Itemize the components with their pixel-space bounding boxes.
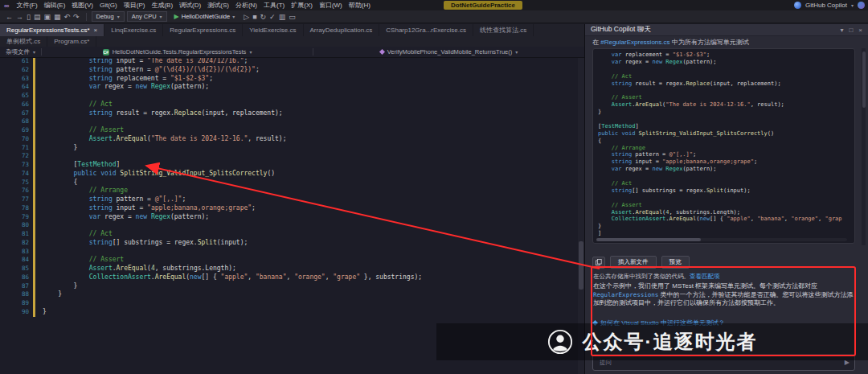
change-tracking-bar (33, 117, 35, 126)
panel-scrollbar-thumb[interactable] (862, 51, 866, 108)
code-line (598, 173, 854, 180)
run-button[interactable]: ▶ HelloDotNetGuide ▾ (170, 13, 240, 20)
change-tracking-bar (33, 92, 35, 101)
copilot-icon[interactable] (794, 2, 801, 9)
change-tracking-bar (33, 256, 35, 265)
menu-item[interactable]: 工具(T) (260, 2, 288, 9)
change-tracking-bar (33, 57, 35, 66)
tab-YieldExercise.cs[interactable]: YieldExercise.cs (243, 24, 303, 36)
copilot-chat-panel: GitHub Copilot 聊天 ▾ □ × 在 #RegularExpres… (585, 24, 868, 374)
menu-item[interactable]: 文件(F) (13, 2, 40, 9)
chevron-down-icon[interactable]: ▾ (851, 2, 854, 8)
tab-Program.cs_[interactable]: Program.cs* (47, 36, 96, 47)
tab-RegularExpressions.cs[interactable]: RegularExpressions.cs (163, 24, 243, 36)
member-dropdown[interactable]: VerifyMobilePhone_ValidMobile_ReturnsTru… (313, 47, 584, 57)
code-line: 75 { (0, 179, 578, 187)
change-tracking-bar (33, 290, 35, 299)
project-dropdown[interactable]: 杂项文件 ▾ (0, 47, 41, 57)
change-tracking-bar (33, 273, 35, 282)
stop-icon[interactable]: ■ (251, 13, 258, 21)
panel-divider[interactable] (584, 24, 585, 374)
chevron-down-icon[interactable]: ▾ (840, 27, 843, 34)
open-file-icon[interactable]: ▤ (32, 13, 43, 21)
menu-item[interactable]: Git(G) (96, 2, 121, 9)
codeblock-scrollbar-thumb[interactable] (596, 238, 701, 241)
save-all-icon[interactable]: ▦ (52, 13, 63, 21)
menu-item[interactable]: 编辑(E) (41, 2, 69, 9)
panel-title: GitHub Copilot 聊天 (591, 25, 651, 35)
menu-item[interactable]: 调试(D) (176, 2, 204, 9)
undo-icon[interactable]: ↶ (63, 13, 72, 21)
prompt-file-reference[interactable]: #RegularExpressions.cs (600, 39, 669, 46)
code-line: CollectionAssert.AreEqual(new[] { "apple… (598, 216, 854, 223)
menu-item[interactable]: 项目(P) (121, 2, 149, 9)
comment-icon[interactable]: ▭ (287, 13, 297, 21)
tab-label: 线性查找算法.cs (480, 26, 526, 35)
tab-______.cs[interactable]: 线性查找算法.cs (473, 24, 534, 36)
codeblock-horizontal-scrollbar[interactable] (596, 238, 847, 241)
save-icon[interactable]: ▣ (42, 13, 52, 21)
pin-icon[interactable]: □ (849, 27, 853, 34)
code-line: 68 (0, 117, 578, 126)
code-line: 83 (0, 248, 578, 257)
line-number: 79 (0, 213, 33, 222)
code-line: { (598, 138, 854, 145)
chevron-down-icon: ▾ (117, 14, 120, 19)
tab-ArrayDeduplication.cs[interactable]: ArrayDeduplication.cs (304, 24, 380, 36)
code-line: 87 } (0, 282, 578, 291)
platform-dropdown[interactable]: Any CPU ▾ (127, 11, 167, 22)
user-avatar[interactable] (858, 2, 865, 9)
menu-item[interactable]: 帮助(H) (346, 2, 374, 9)
code-line: 70 Assert.AreEqual("The date is 2024-12-… (0, 135, 578, 144)
back-icon[interactable]: ← (4, 13, 14, 21)
code-line: 73 [TestMethod] (0, 161, 578, 170)
line-number: 62 (0, 66, 33, 75)
view-matches-link[interactable]: 查看匹配项 (690, 273, 720, 280)
insert-new-file-button[interactable]: 插入新文件 (610, 256, 657, 269)
code-line: public void SplitString_ValidInput_Split… (598, 130, 854, 138)
chevron-down-icon: ▾ (515, 49, 518, 55)
change-tracking-bar (33, 213, 35, 222)
outline-icon[interactable]: ▥ (277, 13, 288, 21)
tab-CSharp12Gra...rExercise.cs[interactable]: CSharp12Gra...rExercise.cs (379, 24, 473, 36)
copy-code-button[interactable] (592, 257, 605, 269)
new-file-icon[interactable]: ▯ (25, 13, 32, 21)
chat-code-block[interactable]: var replacement = "$1-$2-$3"; var regex … (592, 48, 855, 244)
type-dropdown[interactable]: C# HelloDotNetGuide.Tests.RegularExpress… (42, 47, 313, 57)
visual-studio-logo-icon: ∞ (4, 2, 9, 10)
restart-icon[interactable]: ↻ (259, 13, 268, 21)
code-line: string result = regex.Replace(input, rep… (598, 80, 854, 88)
build-check-icon[interactable]: ✓ (268, 13, 277, 21)
close-icon[interactable]: × (94, 27, 98, 34)
toolbar-separator (86, 13, 87, 21)
code-line: 88 } (0, 290, 578, 299)
close-icon[interactable]: × (858, 27, 862, 34)
menu-item[interactable]: 窗口(W) (316, 2, 346, 9)
menu-item[interactable]: 测试(S) (204, 2, 232, 9)
forward-icon[interactable]: → (14, 13, 25, 21)
line-number: 90 (0, 308, 33, 317)
start-without-debugging-icon[interactable]: ▷ (242, 13, 251, 21)
editor-scrollbar-thumb[interactable] (579, 241, 583, 290)
change-tracking-bar (33, 152, 35, 161)
redo-icon[interactable]: ↷ (72, 13, 81, 21)
line-number: 88 (0, 290, 33, 299)
copilot-menu-label[interactable]: GitHub Copilot (805, 2, 847, 9)
tab-____.cs[interactable]: 单例模式.cs (0, 36, 47, 47)
line-number: 71 (0, 144, 33, 153)
code-line: ] (598, 230, 854, 237)
tab-RegularExpressionsTests.cs_[interactable]: RegularExpressionsTests.cs*× (0, 24, 104, 36)
code-line: 86 CollectionAssert.AreEqual(new[] { "ap… (0, 273, 578, 282)
line-number: 67 (0, 109, 33, 118)
preview-button[interactable]: 预览 (661, 256, 690, 269)
menu-item[interactable]: 分析(N) (232, 2, 260, 9)
tab-LinqExercise.cs[interactable]: LinqExercise.cs (104, 24, 163, 36)
menu-item[interactable]: 视图(V) (68, 2, 96, 9)
configuration-dropdown[interactable]: Debug ▾ (92, 11, 125, 22)
method-icon (379, 49, 385, 55)
menu-items: 文件(F)编辑(E)视图(V)Git(G)项目(P)生成(B)调试(D)测试(S… (13, 1, 373, 10)
tab-label: 单例模式.cs (6, 37, 40, 46)
menu-item[interactable]: 生成(B) (148, 2, 176, 9)
menu-item[interactable]: 扩展(X) (288, 2, 316, 9)
change-tracking-bar (33, 135, 35, 144)
